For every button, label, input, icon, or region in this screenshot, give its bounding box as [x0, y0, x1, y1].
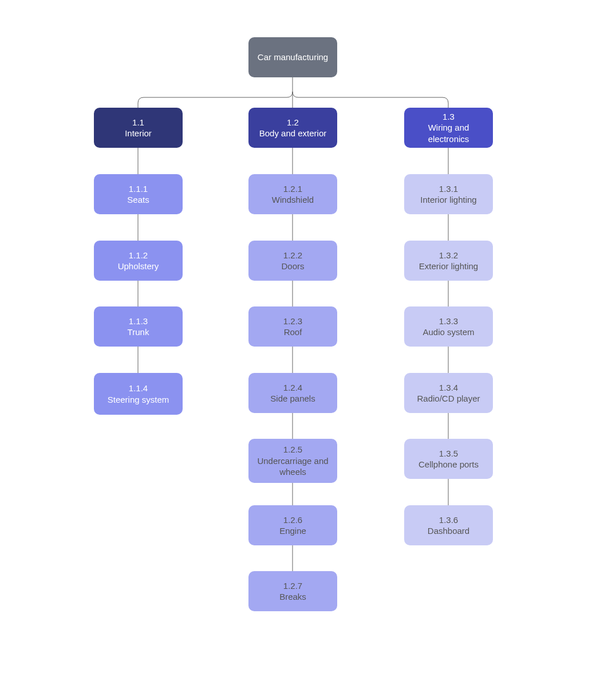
leaf-dashboard: 1.3.6 Dashboard — [404, 505, 493, 545]
leaf-label: Dashboard — [428, 525, 469, 537]
leaf-num: 1.3.5 — [439, 448, 458, 459]
leaf-num: 1.2.2 — [283, 250, 302, 261]
branch-label: Body and exterior — [259, 128, 327, 139]
leaf-num: 1.2.6 — [283, 514, 302, 526]
leaf-audio-system: 1.3.3 Audio system — [404, 306, 493, 347]
leaf-cellphone-ports: 1.3.5 Cellphone ports — [404, 439, 493, 479]
leaf-label: Trunk — [128, 327, 149, 338]
leaf-num: 1.1.1 — [129, 183, 148, 195]
branch-interior: 1.1 Interior — [94, 108, 183, 148]
leaf-num: 1.3.4 — [439, 382, 458, 394]
leaf-radio-cd-player: 1.3.4 Radio/CD player — [404, 373, 493, 413]
branch-num: 1.2 — [287, 117, 299, 128]
leaf-num: 1.2.5 — [283, 444, 302, 455]
leaf-num: 1.2.3 — [283, 316, 302, 327]
leaf-windshield: 1.2.1 Windshield — [248, 174, 337, 214]
leaf-interior-lighting: 1.3.1 Interior lighting — [404, 174, 493, 214]
leaf-num: 1.3.3 — [439, 316, 458, 327]
leaf-label: Windshield — [272, 194, 314, 206]
leaf-exterior-lighting: 1.3.2 Exterior lighting — [404, 241, 493, 281]
diagram-canvas: Car manufacturing 1.1 Interior 1.2 Body … — [0, 0, 616, 692]
leaf-undercarriage-wheels: 1.2.5 Undercarriage and wheels — [248, 439, 337, 483]
leaf-num: 1.1.2 — [129, 250, 148, 261]
leaf-num: 1.1.3 — [129, 316, 148, 327]
leaf-doors: 1.2.2 Doors — [248, 241, 337, 281]
leaf-num: 1.1.4 — [129, 383, 148, 394]
root-label: Car manufacturing — [258, 52, 328, 63]
leaf-label: Doors — [281, 261, 304, 272]
leaf-label: Cellphone ports — [418, 459, 479, 470]
branch-num: 1.3 — [443, 111, 455, 123]
leaf-num: 1.3.2 — [439, 250, 458, 261]
leaf-steering-system: 1.1.4 Steering system — [94, 373, 183, 415]
leaf-seats: 1.1.1 Seats — [94, 174, 183, 214]
leaf-side-panels: 1.2.4 Side panels — [248, 373, 337, 413]
leaf-num: 1.3.6 — [439, 514, 458, 526]
leaf-label: Side panels — [270, 393, 315, 404]
leaf-label: Radio/CD player — [417, 393, 480, 404]
leaf-label: Breaks — [279, 591, 306, 603]
leaf-label: Seats — [127, 194, 149, 206]
leaf-label: Steering system — [108, 394, 169, 406]
leaf-label: Interior lighting — [420, 194, 476, 206]
branch-label: Wiring and electronics — [410, 122, 487, 144]
leaf-upholstery: 1.1.2 Upholstery — [94, 241, 183, 281]
branch-wiring-electronics: 1.3 Wiring and electronics — [404, 108, 493, 148]
leaf-engine: 1.2.6 Engine — [248, 505, 337, 545]
branch-num: 1.1 — [132, 117, 144, 128]
leaf-label: Audio system — [422, 327, 474, 338]
leaf-trunk: 1.1.3 Trunk — [94, 306, 183, 347]
leaf-num: 1.2.7 — [283, 580, 302, 592]
branch-label: Interior — [125, 128, 152, 139]
leaf-breaks: 1.2.7 Breaks — [248, 571, 337, 611]
root-node: Car manufacturing — [248, 37, 337, 77]
leaf-label: Upholstery — [118, 261, 159, 272]
leaf-num: 1.2.4 — [283, 382, 302, 394]
branch-body-exterior: 1.2 Body and exterior — [248, 108, 337, 148]
leaf-label: Roof — [284, 327, 302, 338]
leaf-num: 1.2.1 — [283, 183, 302, 195]
leaf-label: Undercarriage and wheels — [254, 455, 331, 478]
leaf-roof: 1.2.3 Roof — [248, 306, 337, 347]
leaf-num: 1.3.1 — [439, 183, 458, 195]
leaf-label: Engine — [279, 525, 306, 537]
leaf-label: Exterior lighting — [419, 261, 478, 272]
